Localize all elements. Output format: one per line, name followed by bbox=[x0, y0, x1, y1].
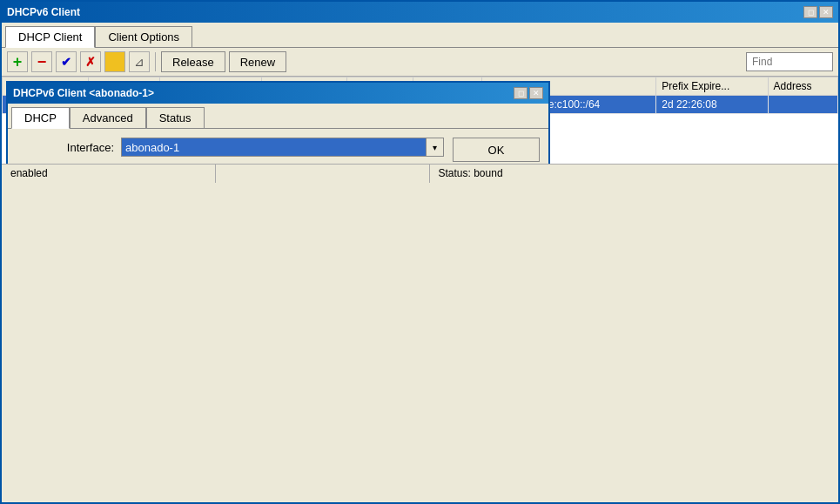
dialog-title: DHCPv6 Client <abonado-1> bbox=[13, 87, 154, 99]
status-bar: enabled Status: bound bbox=[2, 164, 838, 183]
interface-row: Interface: abonado-1 ▾ bbox=[17, 138, 444, 157]
dialog-tab-dhcp[interactable]: DHCP bbox=[11, 107, 70, 129]
main-window: DHCPv6 Client ◻ ✕ DHCP Client Client Opt… bbox=[0, 0, 840, 504]
dialog-tab-status[interactable]: Status bbox=[146, 107, 205, 128]
dialog-tab-bar: DHCP Advanced Status bbox=[8, 104, 548, 129]
tab-dhcp-client[interactable]: DHCP Client bbox=[5, 26, 95, 48]
dialog-buttons: OK Cancel Apply Disable Comment Copy Rem… bbox=[453, 138, 540, 164]
window-title: DHCPv6 Client bbox=[7, 6, 80, 18]
status-right: Status: bound bbox=[430, 165, 839, 183]
interface-dropdown: abonado-1 ▾ bbox=[121, 138, 444, 157]
filter-button[interactable]: ⊿ bbox=[129, 51, 150, 72]
dialog-restore-button[interactable]: ◻ bbox=[514, 87, 528, 99]
remove-button[interactable]: − bbox=[31, 51, 52, 72]
interface-value[interactable]: abonado-1 bbox=[121, 138, 427, 157]
dialog-form: Interface: abonado-1 ▾ Request: info bbox=[17, 138, 444, 164]
x-button[interactable]: ✗ bbox=[80, 51, 101, 72]
toolbar: + − ✔ ✗ ⊿ Release Renew bbox=[2, 48, 838, 77]
status-middle bbox=[216, 165, 430, 183]
interface-dropdown-arrow[interactable]: ▾ bbox=[427, 138, 444, 157]
status-enabled: enabled bbox=[2, 165, 216, 183]
col-address: Address bbox=[768, 77, 837, 96]
title-bar: DHCPv6 Client ◻ ✕ bbox=[2, 2, 838, 23]
title-bar-controls: ◻ ✕ bbox=[803, 6, 833, 18]
dialog-close-button[interactable]: ✕ bbox=[529, 87, 543, 99]
tab-client-options[interactable]: Client Options bbox=[95, 26, 192, 47]
check-button[interactable]: ✔ bbox=[56, 51, 77, 72]
dialog: DHCPv6 Client <abonado-1> ◻ ✕ DHCP Advan… bbox=[6, 81, 550, 164]
renew-button[interactable]: Renew bbox=[229, 51, 286, 72]
cell-address bbox=[768, 96, 837, 114]
table-container: Interface Request Pool Name Pool Pre... … bbox=[2, 77, 838, 164]
dialog-controls: ◻ ✕ bbox=[514, 87, 543, 99]
separator bbox=[155, 52, 156, 71]
main-tab-bar: DHCP Client Client Options bbox=[2, 23, 838, 48]
cell-prefix-expire: 2d 22:26:08 bbox=[656, 96, 768, 114]
interface-label: Interface: bbox=[17, 141, 121, 154]
add-button[interactable]: + bbox=[7, 51, 28, 72]
ok-button[interactable]: OK bbox=[453, 138, 540, 162]
dialog-content: Interface: abonado-1 ▾ Request: info bbox=[8, 129, 548, 164]
dialog-title-bar: DHCPv6 Client <abonado-1> ◻ ✕ bbox=[8, 83, 548, 104]
find-input[interactable] bbox=[746, 52, 833, 71]
restore-button[interactable]: ◻ bbox=[803, 6, 817, 18]
release-button[interactable]: Release bbox=[161, 51, 225, 72]
close-button[interactable]: ✕ bbox=[819, 6, 833, 18]
copy-button[interactable] bbox=[104, 51, 125, 72]
col-prefix-expire: Prefix Expire... bbox=[656, 77, 768, 96]
dialog-tab-advanced[interactable]: Advanced bbox=[70, 107, 146, 128]
